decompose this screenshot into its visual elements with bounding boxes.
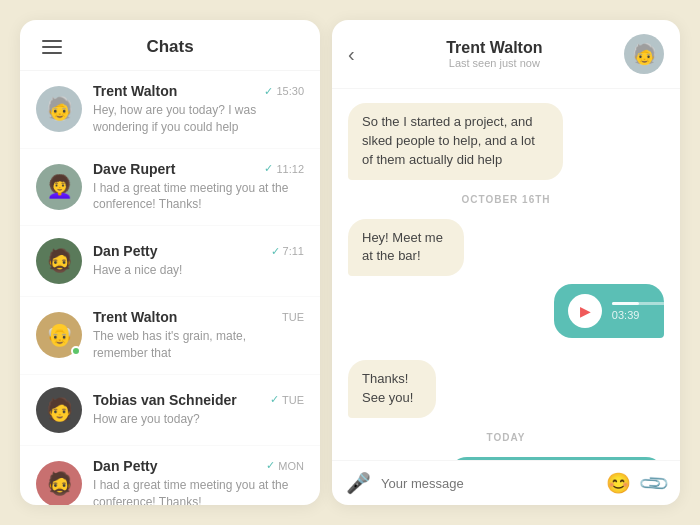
mic-button[interactable]: 🎤	[346, 471, 371, 495]
chat-detail-name: Trent Walton	[365, 39, 624, 57]
avatar: 👴	[36, 312, 82, 358]
chats-title: Chats	[146, 37, 193, 57]
chat-detail-panel: ‹ Trent Walton Last seen just now 🧓 So t…	[332, 20, 680, 505]
messages-area: So the I started a project, and slked pe…	[332, 89, 680, 460]
chat-item-time: ✓15:30	[264, 85, 304, 98]
chat-item-info: Dan Petty ✓7:11 Have a nice day!	[93, 243, 304, 279]
chat-list: 🧓 Trent Walton ✓15:30 Hey, how are you t…	[20, 71, 320, 505]
attach-button[interactable]: 📎	[636, 466, 671, 501]
date-divider: TODAY	[348, 432, 664, 443]
read-indicator: ✓	[264, 85, 273, 98]
message-bubble: Thanks! See you!	[348, 360, 436, 418]
avatar: 👩‍🦱	[36, 164, 82, 210]
avatar: 🧔	[36, 238, 82, 284]
chat-item-preview: I had a great time meeting you at the co…	[93, 180, 304, 214]
audio-message: ▶ 03:39	[554, 284, 664, 338]
message-row: Hey! Meet me at the bar!	[348, 219, 664, 277]
chat-item-preview: How are you today?	[93, 411, 304, 428]
audio-track: 03:39	[612, 302, 680, 321]
chat-detail-avatar: 🧓	[624, 34, 664, 74]
chat-list-item[interactable]: 🧓 Trent Walton ✓15:30 Hey, how are you t…	[20, 71, 320, 149]
chat-name-row: Dan Petty ✓7:11	[93, 243, 304, 259]
chats-header: Chats	[20, 20, 320, 71]
message-bubble: Hey! Meet me at the bar!	[348, 219, 464, 277]
chat-list-item[interactable]: 🧑 Tobias van Schneider ✓TUE How are you …	[20, 375, 320, 446]
chat-item-time: ✓7:11	[271, 245, 304, 258]
chat-list-item[interactable]: 🧔 Dan Petty ✓MON I had a great time meet…	[20, 446, 320, 505]
chat-item-info: Tobias van Schneider ✓TUE How are you to…	[93, 392, 304, 428]
audio-progress	[612, 302, 680, 305]
play-button[interactable]: ▶	[568, 294, 602, 328]
chat-item-preview: Have a nice day!	[93, 262, 304, 279]
avatar: 🧔	[36, 461, 82, 505]
chat-list-item[interactable]: 👴 Trent Walton TUE The web has it's grai…	[20, 297, 320, 375]
chat-name-row: Trent Walton ✓15:30	[93, 83, 304, 99]
chat-item-name: Trent Walton	[93, 83, 177, 99]
message-input[interactable]	[381, 476, 596, 491]
chat-detail-status: Last seen just now	[365, 57, 624, 69]
read-indicator: ✓	[270, 393, 279, 406]
message-row: So the I started a project, and slked pe…	[348, 103, 664, 180]
emoji-button[interactable]: 😊	[606, 471, 631, 495]
chat-name-row: Dan Petty ✓MON	[93, 458, 304, 474]
message-row: ▶ 03:39 ✓ Seen	[348, 284, 664, 352]
message-row: Thanks! See you!	[348, 360, 664, 418]
chat-name-row: Tobias van Schneider ✓TUE	[93, 392, 304, 408]
avatar: 🧓	[36, 86, 82, 132]
chat-item-preview: Hey, how are you today? I was wondering …	[93, 102, 304, 136]
app-container: Chats 🧓 Trent Walton ✓15:30 Hey, how are…	[0, 0, 700, 525]
chat-item-name: Tobias van Schneider	[93, 392, 237, 408]
online-indicator	[71, 346, 81, 356]
chats-panel: Chats 🧓 Trent Walton ✓15:30 Hey, how are…	[20, 20, 320, 505]
avatar: 🧑	[36, 387, 82, 433]
chat-name-row: Dave Rupert ✓11:12	[93, 161, 304, 177]
menu-button[interactable]	[40, 38, 64, 56]
message-bubble: So the I started a project, and slked pe…	[348, 103, 563, 180]
read-indicator: ✓	[271, 245, 280, 258]
message-meta: ✓ Seen	[630, 341, 664, 352]
audio-duration: 03:39	[612, 309, 680, 321]
chat-item-preview: The web has it's grain, mate, remember t…	[93, 328, 304, 362]
chat-name-row: Trent Walton TUE	[93, 309, 304, 325]
read-indicator: ✓	[264, 162, 273, 175]
chat-item-info: Dan Petty ✓MON I had a great time meetin…	[93, 458, 304, 505]
chat-item-time: TUE	[282, 311, 304, 323]
chat-detail-header-info: Trent Walton Last seen just now	[365, 39, 624, 69]
chat-item-time: ✓11:12	[264, 162, 304, 175]
play-icon: ▶	[580, 303, 591, 319]
chat-item-name: Dave Rupert	[93, 161, 175, 177]
message-input-area: 🎤 😊 📎	[332, 460, 680, 505]
chat-item-info: Trent Walton ✓15:30 Hey, how are you tod…	[93, 83, 304, 136]
chat-item-name: Dan Petty	[93, 458, 158, 474]
date-divider: OCTOBER 16TH	[348, 194, 664, 205]
chat-detail-header: ‹ Trent Walton Last seen just now 🧓	[332, 20, 680, 89]
chat-list-item[interactable]: 🧔 Dan Petty ✓7:11 Have a nice day!	[20, 226, 320, 297]
chat-item-time: ✓MON	[266, 459, 304, 472]
back-button[interactable]: ‹	[348, 44, 355, 64]
read-indicator: ✓	[266, 459, 275, 472]
chat-item-time: ✓TUE	[270, 393, 304, 406]
chat-item-info: Trent Walton TUE The web has it's grain,…	[93, 309, 304, 362]
chat-item-name: Dan Petty	[93, 243, 158, 259]
chat-item-info: Dave Rupert ✓11:12 I had a great time me…	[93, 161, 304, 214]
chat-list-item[interactable]: 👩‍🦱 Dave Rupert ✓11:12 I had a great tim…	[20, 149, 320, 227]
chat-item-name: Trent Walton	[93, 309, 177, 325]
chat-item-preview: I had a great time meeting you at the co…	[93, 477, 304, 505]
